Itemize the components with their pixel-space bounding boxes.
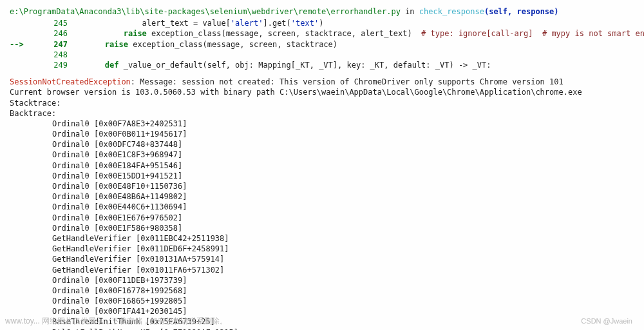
function-signature: (self, response)	[484, 7, 559, 16]
backtrace-line: Ordinal0 [0x00DFC748+837448]	[10, 139, 634, 150]
backtrace-line: Ordinal0 [0x00E48B6A+1149802]	[10, 191, 634, 202]
backtrace-line: Ordinal0 [0x00F11DEB+1973739]	[10, 275, 634, 286]
backtrace-line: Ordinal0 [0x00F16865+1992805]	[10, 296, 634, 306]
spacer	[10, 70, 634, 77]
exception-message-1: session not created: This version of Chr…	[182, 77, 563, 86]
code-comment: # type: ignore[call-arg] # mypy is not s…	[421, 29, 644, 38]
backtrace-line: Ordinal0 [0x00E440C6+1130694]	[10, 202, 634, 212]
code-line-247-current: -->247 raise exception_class(message, sc…	[10, 39, 634, 50]
line-number: 246	[33, 28, 68, 39]
backtrace-line: GetHandleVerifier [0x011EBC42+2511938]	[10, 233, 634, 244]
code-text: exception_class(message, screen, stacktr…	[128, 40, 337, 49]
backtrace-line: Ordinal0 [0x00E1F586+980358]	[10, 223, 634, 233]
backtrace-line: Ordinal0 [0x00F16778+1992568]	[10, 286, 634, 296]
backtrace-line: GetHandleVerifier [0x010131AA+575914]	[10, 254, 634, 264]
code-line-249: 249 def _value_or_default(self, obj: Map…	[10, 60, 634, 70]
line-number: 248	[33, 50, 68, 60]
raise-keyword: raise	[86, 40, 128, 49]
backtrace-line: RtlGetFullPathName_UEx [0x771990AF+1215]	[10, 327, 634, 330]
file-path: e:\ProgramData\Anaconda3\lib\site-packag…	[10, 7, 401, 16]
backtrace-line: Ordinal0 [0x00F7A8E3+2402531]	[10, 119, 634, 129]
line-number: 245	[33, 18, 68, 28]
backtrace-line: Ordinal0 [0x00E48F10+1150736]	[10, 181, 634, 191]
exception-name: SessionNotCreatedException	[10, 77, 131, 86]
exception-line: SessionNotCreatedException: Message: ses…	[10, 77, 634, 87]
def-keyword: def	[86, 61, 119, 70]
function-name: check_response	[419, 7, 484, 16]
code-text: exception_class(message, screen, stacktr…	[147, 29, 421, 38]
stacktrace-label: Stacktrace:	[10, 98, 634, 108]
backtrace-line: GetHandleVerifier [0x011DED6F+2458991]	[10, 244, 634, 254]
backtrace-line: GetHandleVerifier [0x01011FA6+571302]	[10, 265, 634, 275]
footer-watermark-left: www.toy... 网络图片仅供展示，下载存储，如有侵权请联系删除。	[5, 316, 227, 326]
code-line-248: 248	[10, 50, 634, 60]
line-number: 247	[33, 39, 68, 50]
exception-msg-label: : Message:	[131, 77, 182, 86]
line-number: 249	[33, 60, 68, 70]
code-text: alert_text = value['alert'].get('text')	[86, 19, 324, 28]
backtrace-label: Backtrace:	[10, 108, 634, 119]
code-line-246: 246 raise exception_class(message, scree…	[10, 28, 634, 39]
backtrace-line: Ordinal0 [0x00E15DD1+941521]	[10, 171, 634, 181]
backtrace-line: Ordinal0 [0x00F0B011+1945617]	[10, 129, 634, 139]
code-text: _value_or_default(self, obj: Mapping[_KT…	[118, 61, 491, 70]
backtrace-line: Ordinal0 [0x00E184FA+951546]	[10, 160, 634, 171]
current-line-arrow: -->	[10, 39, 25, 50]
exception-message-2: Current browser version is 103.0.5060.53…	[10, 87, 634, 97]
backtrace-list: Ordinal0 [0x00F7A8E3+2402531]Ordinal0 [0…	[10, 119, 634, 330]
in-word: in	[401, 7, 419, 16]
footer-watermark-right: CSDN @Jwaein	[581, 316, 632, 326]
backtrace-line: Ordinal0 [0x00E1C8F3+968947]	[10, 150, 634, 160]
backtrace-line: Ordinal0 [0x00E1E676+976502]	[10, 213, 634, 223]
code-line-245: 245 alert_text = value['alert'].get('tex…	[10, 18, 634, 28]
raise-keyword: raise	[86, 29, 147, 38]
traceback-file-header: e:\ProgramData\Anaconda3\lib\site-packag…	[10, 6, 634, 17]
